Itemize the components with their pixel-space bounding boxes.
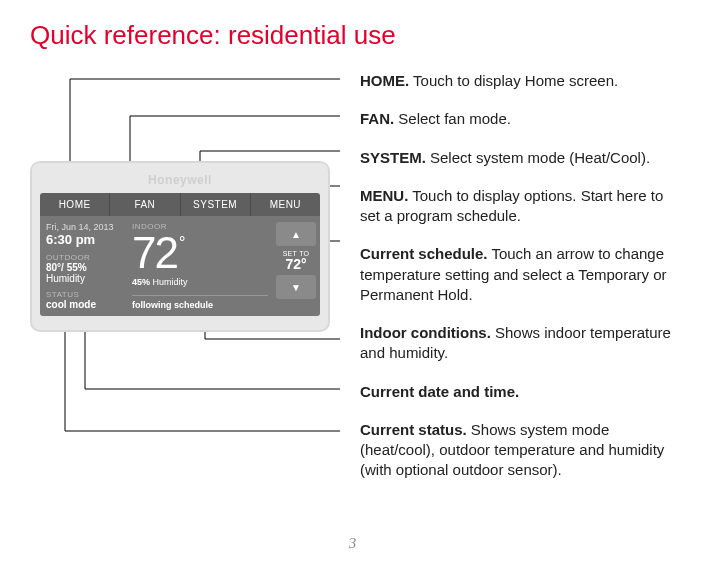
- callout-schedule: Current schedule. Touch an arrow to chan…: [360, 244, 675, 305]
- status-value: cool mode: [46, 299, 122, 310]
- current-time: 6:30 pm: [46, 232, 122, 247]
- schedule-status: following schedule: [132, 295, 268, 310]
- thermostat-navbar: HOME FAN SYSTEM MENU: [40, 193, 320, 216]
- status-block: STATUS cool mode: [46, 290, 122, 310]
- nav-fan-button[interactable]: FAN: [110, 193, 180, 216]
- outdoor-block: OUTDOOR 80°/ 55% Humidity: [46, 253, 122, 284]
- set-to-value: 72°: [283, 257, 310, 271]
- callout-home: HOME. Touch to display Home screen.: [360, 71, 675, 91]
- temp-up-button[interactable]: ▲: [276, 222, 316, 246]
- nav-menu-button[interactable]: MENU: [251, 193, 320, 216]
- chevron-down-icon: ▼: [291, 282, 301, 293]
- brand-label: Honeywell: [40, 173, 320, 187]
- callout-list: HOME. Touch to display Home screen. FAN.…: [360, 71, 675, 481]
- indoor-humidity: 45% Humidity: [132, 277, 268, 287]
- callout-indoor: Indoor conditions. Shows indoor temperat…: [360, 323, 675, 364]
- callout-menu: MENU. Touch to display options. Start he…: [360, 186, 675, 227]
- indoor-temperature: 72°: [132, 231, 268, 275]
- outdoor-value: 80°/ 55% Humidity: [46, 262, 122, 284]
- callout-fan: FAN. Select fan mode.: [360, 109, 675, 129]
- page-number: 3: [0, 535, 705, 552]
- current-date: Fri, Jun 14, 2013: [46, 222, 122, 232]
- temp-down-button[interactable]: ▼: [276, 275, 316, 299]
- callout-datetime: Current date and time.: [360, 382, 675, 402]
- page-title: Quick reference: residential use: [30, 20, 675, 51]
- thermostat-screen: Fri, Jun 14, 2013 6:30 pm OUTDOOR 80°/ 5…: [40, 216, 320, 316]
- outdoor-label: OUTDOOR: [46, 253, 122, 262]
- date-time-block: Fri, Jun 14, 2013 6:30 pm: [46, 222, 122, 247]
- callout-status: Current status. Shows system mode (heat/…: [360, 420, 675, 481]
- chevron-up-icon: ▲: [291, 229, 301, 240]
- nav-home-button[interactable]: HOME: [40, 193, 110, 216]
- status-label: STATUS: [46, 290, 122, 299]
- set-to-block: SET TO 72°: [283, 250, 310, 271]
- callout-system: SYSTEM. Select system mode (Heat/Cool).: [360, 148, 675, 168]
- nav-system-button[interactable]: SYSTEM: [181, 193, 251, 216]
- thermostat-device: Honeywell HOME FAN SYSTEM MENU Fri, Jun …: [30, 161, 330, 332]
